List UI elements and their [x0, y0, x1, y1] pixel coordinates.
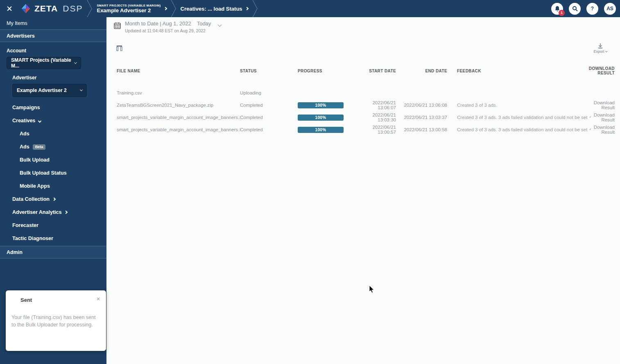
- cell-end-date: 2022/06/21 13:03:37: [396, 115, 447, 120]
- brand-dsp: DSP: [63, 4, 83, 13]
- nav-label: Bulk Upload Status: [20, 166, 67, 180]
- sidebar-item-mobile-apps[interactable]: Mobile Apps: [0, 180, 106, 193]
- account-label: Account: [0, 48, 106, 54]
- progress-bar: 100%: [298, 127, 344, 133]
- nav-label: Ads: [20, 140, 29, 153]
- chevron-right-icon: [64, 211, 68, 214]
- download-icon: [597, 43, 604, 49]
- sidebar-item-ads[interactable]: Ads: [0, 127, 106, 140]
- cell-status: Completed: [240, 115, 298, 120]
- cell-file-name: smart_projects_variable_margin_account_i…: [117, 127, 240, 132]
- toast-close-icon[interactable]: ✕: [96, 296, 100, 302]
- sidebar-item-admin[interactable]: Admin: [0, 246, 106, 258]
- progress-bar: 100%: [298, 102, 344, 108]
- sidebar-item-campaigns[interactable]: Campaigns: [0, 101, 106, 114]
- feedback-text: Created 3 of 3 ads. 3 ads failed validat…: [457, 115, 587, 120]
- brand-logo[interactable]: ZETA DSP: [20, 3, 83, 14]
- avatar[interactable]: AS: [604, 3, 616, 15]
- calendar-icon: [114, 22, 121, 33]
- advertiser-select[interactable]: Example Advertiser 2: [12, 84, 87, 97]
- sidebar-item-creatives[interactable]: Creatives: [0, 114, 106, 127]
- sidebar-item-forecaster[interactable]: Forecaster: [0, 219, 106, 232]
- header-start-date[interactable]: START DATE: [358, 69, 396, 73]
- export-label: Export: [593, 49, 604, 54]
- cell-feedback: Created 3 of 3 ads.: [447, 103, 580, 108]
- updated-timestamp: Updated at 11:04:48 EST on Aug 29, 2022: [125, 28, 221, 33]
- sidebar-item-tactic-diagnoser[interactable]: Tactic Diagnoser: [0, 232, 106, 245]
- cell-end-date: 2022/06/21 13:06:08: [396, 103, 447, 108]
- notifications-button[interactable]: 1: [551, 3, 563, 15]
- header-file-name[interactable]: FILE NAME: [117, 69, 240, 73]
- help-icon: ?: [591, 6, 594, 11]
- nav-label: Forecaster: [12, 219, 38, 232]
- close-icon[interactable]: ✕: [0, 4, 19, 13]
- breadcrumb-separator-icon: [87, 0, 93, 17]
- sidebar-item-bulk-upload-status[interactable]: Bulk Upload Status: [0, 166, 106, 180]
- sidebar-item-data-collection[interactable]: Data Collection: [0, 193, 106, 206]
- sidebar-item-ads-beta[interactable]: Ads Beta: [0, 140, 106, 153]
- breadcrumb-advertiser[interactable]: SMART PROJECTS (VARIABLE MARGIN) Example…: [97, 4, 166, 14]
- breadcrumb-separator-icon: [171, 0, 176, 17]
- today-button[interactable]: Today: [197, 20, 211, 27]
- progress-bar: 100%: [298, 115, 344, 121]
- nav-label: Tactic Diagnoser: [12, 232, 53, 245]
- nav-label: Creatives: [12, 114, 35, 127]
- brand-zeta: ZETA: [34, 4, 58, 13]
- chevron-down-icon: [605, 50, 607, 52]
- breadcrumb-page[interactable]: Creatives: ... load Status: [181, 6, 248, 12]
- breadcrumb-separator-icon: [252, 0, 258, 17]
- chevron-down-icon: [38, 119, 41, 123]
- cell-feedback: Created 3 of 3 ads. 3 ads failed validat…: [447, 115, 580, 120]
- table-row: smart_projects_variable_margin_account_i…: [117, 111, 615, 124]
- feedback-text: Created 3 of 3 ads. 3 ads failed validat…: [457, 127, 587, 132]
- advertiser-select-value: Example Advertiser 2: [17, 88, 67, 93]
- notification-badge: 1: [559, 10, 565, 16]
- download-result-link[interactable]: Download Result: [580, 112, 615, 122]
- breadcrumb-advertiser-label: Example Advertiser 2: [97, 7, 161, 14]
- columns-icon[interactable]: [116, 45, 122, 51]
- sidebar-item-advertiser-analytics[interactable]: Advertiser Analytics: [0, 206, 106, 219]
- sidebar-item-advertisers[interactable]: Advertisers: [0, 29, 106, 42]
- help-button[interactable]: ?: [586, 3, 598, 15]
- export-button[interactable]: Export: [593, 43, 607, 54]
- nav-label: Mobile Apps: [20, 180, 50, 193]
- header-feedback[interactable]: FEEDBACK: [447, 69, 580, 73]
- toast-body: Your file (Training.csv) has been sent t…: [11, 314, 100, 328]
- chevron-right-icon: [163, 7, 167, 10]
- search-button[interactable]: [569, 3, 581, 15]
- sidebar-item-bulk-upload[interactable]: Bulk Upload: [0, 153, 106, 166]
- advertiser-label: Advertiser: [0, 75, 106, 81]
- table-row: smart_projects_variable_margin_account_i…: [117, 124, 615, 136]
- cell-start-date: 2022/06/21 13:06:07: [358, 100, 396, 110]
- table-row: Training.csv Uploading: [117, 87, 615, 99]
- cell-progress: 100%: [298, 115, 358, 121]
- download-result-link[interactable]: Download Result: [580, 100, 615, 110]
- nav-label: Ads: [20, 127, 29, 140]
- nav-label: Bulk Upload: [20, 153, 50, 166]
- sidebar-item-my-items[interactable]: My Items: [0, 17, 106, 29]
- chevron-down-icon[interactable]: [218, 23, 222, 27]
- download-result-link[interactable]: Download Result: [580, 125, 615, 135]
- header-status[interactable]: STATUS: [240, 69, 298, 73]
- account-select[interactable]: SMART Projects (Variable M...: [7, 57, 81, 69]
- header-download-result[interactable]: DOWNLOAD RESULT: [580, 66, 615, 75]
- breadcrumb-account-eyebrow: SMART PROJECTS (VARIABLE MARGIN): [97, 4, 161, 7]
- nav-label: Data Collection: [12, 193, 50, 206]
- topbar-actions: 1 ? AS: [551, 3, 620, 15]
- top-bar: ✕ ZETA DSP SMART PROJECTS (VARIABLE MARG…: [0, 0, 620, 17]
- search-icon: [572, 6, 578, 11]
- header-progress[interactable]: PROGRESS: [298, 69, 358, 73]
- cell-progress: 100%: [298, 102, 358, 108]
- feedback-text: Created 3 of 3 ads.: [457, 103, 497, 108]
- date-range-control[interactable]: Month to Date | Aug 1, 2022 Today Update…: [114, 20, 221, 33]
- main-content: Month to Date | Aug 1, 2022 Today Update…: [106, 17, 620, 364]
- date-range-value: Month to Date | Aug 1, 2022: [125, 20, 191, 27]
- breadcrumb-page-label: Creatives: ... load Status: [181, 6, 242, 12]
- toast-title: Sent: [20, 297, 100, 303]
- header-end-date[interactable]: END DATE: [396, 69, 447, 73]
- table-row: ZetaTeamsBGScreen2021_Navy_package.zip C…: [117, 99, 615, 111]
- cell-start-date: 2022/06/21 13:00:57: [358, 125, 396, 135]
- cell-file-name: Training.csv: [117, 90, 240, 95]
- avatar-initials: AS: [606, 6, 613, 11]
- table-body: Training.csv Uploading ZetaTeamsBGScreen…: [117, 87, 615, 136]
